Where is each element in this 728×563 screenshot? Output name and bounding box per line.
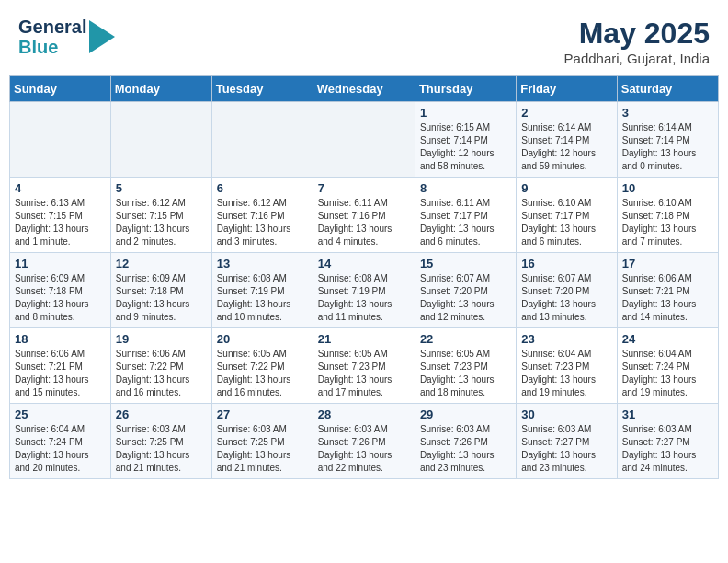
day-info: Sunrise: 6:09 AMSunset: 7:18 PMDaylight:…	[15, 272, 106, 324]
logo-line1: General	[18, 17, 86, 37]
day-info: Sunrise: 6:13 AMSunset: 7:15 PMDaylight:…	[15, 197, 106, 248]
calendar-day-cell: 2Sunrise: 6:14 AMSunset: 7:14 PMDaylight…	[517, 102, 617, 178]
day-info: Sunrise: 6:10 AMSunset: 7:17 PMDaylight:…	[521, 197, 611, 248]
calendar-day-cell	[10, 102, 111, 178]
day-number: 20	[217, 332, 308, 346]
day-info: Sunrise: 6:03 AMSunset: 7:25 PMDaylight:…	[217, 423, 308, 475]
day-info: Sunrise: 6:11 AMSunset: 7:16 PMDaylight:…	[318, 197, 410, 248]
calendar-day-cell: 26Sunrise: 6:03 AMSunset: 7:25 PMDayligh…	[110, 404, 211, 479]
day-info: Sunrise: 6:03 AMSunset: 7:27 PMDaylight:…	[521, 423, 611, 475]
day-info: Sunrise: 6:14 AMSunset: 7:14 PMDaylight:…	[521, 121, 611, 173]
day-number: 22	[420, 332, 511, 346]
calendar-table: SundayMondayTuesdayWednesdayThursdayFrid…	[9, 75, 719, 479]
weekday-header-sunday: Sunday	[10, 76, 111, 102]
title-block: May 2025 Paddhari, Gujarat, India	[564, 17, 710, 66]
weekday-header-thursday: Thursday	[415, 76, 516, 102]
month-year-title: May 2025	[564, 17, 710, 51]
location-subtitle: Paddhari, Gujarat, India	[564, 51, 710, 66]
day-info: Sunrise: 6:04 AMSunset: 7:23 PMDaylight:…	[521, 348, 611, 399]
day-info: Sunrise: 6:05 AMSunset: 7:23 PMDaylight:…	[318, 348, 410, 399]
day-number: 2	[521, 106, 611, 120]
weekday-header-monday: Monday	[110, 76, 211, 102]
page-header: General Blue May 2025 Paddhari, Gujarat,…	[9, 9, 719, 70]
day-info: Sunrise: 6:14 AMSunset: 7:14 PMDaylight:…	[622, 121, 713, 173]
day-number: 15	[420, 257, 511, 270]
logo-line2: Blue	[18, 37, 86, 57]
day-info: Sunrise: 6:06 AMSunset: 7:21 PMDaylight:…	[622, 272, 713, 324]
day-info: Sunrise: 6:03 AMSunset: 7:25 PMDaylight:…	[116, 423, 207, 475]
weekday-header-wednesday: Wednesday	[313, 76, 415, 102]
day-number: 28	[318, 408, 410, 421]
calendar-day-cell: 22Sunrise: 6:05 AMSunset: 7:23 PMDayligh…	[415, 328, 516, 404]
calendar-day-cell: 15Sunrise: 6:07 AMSunset: 7:20 PMDayligh…	[415, 253, 516, 328]
day-number: 21	[318, 332, 410, 346]
calendar-day-cell: 31Sunrise: 6:03 AMSunset: 7:27 PMDayligh…	[617, 404, 718, 479]
calendar-day-cell: 11Sunrise: 6:09 AMSunset: 7:18 PMDayligh…	[10, 253, 111, 328]
day-number: 11	[15, 257, 106, 270]
day-info: Sunrise: 6:07 AMSunset: 7:20 PMDaylight:…	[521, 272, 611, 324]
day-number: 24	[622, 332, 713, 346]
day-number: 19	[116, 332, 207, 346]
day-number: 13	[217, 257, 308, 270]
day-info: Sunrise: 6:12 AMSunset: 7:16 PMDaylight:…	[217, 197, 308, 248]
calendar-day-cell: 17Sunrise: 6:06 AMSunset: 7:21 PMDayligh…	[617, 253, 718, 328]
day-number: 1	[420, 106, 511, 120]
day-info: Sunrise: 6:06 AMSunset: 7:21 PMDaylight:…	[15, 348, 106, 399]
day-number: 18	[15, 332, 106, 346]
calendar-day-cell: 14Sunrise: 6:08 AMSunset: 7:19 PMDayligh…	[313, 253, 415, 328]
calendar-day-cell: 24Sunrise: 6:04 AMSunset: 7:24 PMDayligh…	[617, 328, 718, 404]
calendar-day-cell: 25Sunrise: 6:04 AMSunset: 7:24 PMDayligh…	[10, 404, 111, 479]
calendar-day-cell: 21Sunrise: 6:05 AMSunset: 7:23 PMDayligh…	[313, 328, 415, 404]
day-info: Sunrise: 6:09 AMSunset: 7:18 PMDaylight:…	[116, 272, 207, 324]
logo-arrow-icon	[89, 20, 115, 53]
day-number: 26	[116, 408, 207, 421]
day-number: 8	[420, 181, 511, 195]
day-number: 5	[116, 181, 207, 195]
calendar-day-cell: 19Sunrise: 6:06 AMSunset: 7:22 PMDayligh…	[110, 328, 211, 404]
calendar-day-cell: 3Sunrise: 6:14 AMSunset: 7:14 PMDaylight…	[617, 102, 718, 178]
day-number: 10	[622, 181, 713, 195]
day-info: Sunrise: 6:05 AMSunset: 7:23 PMDaylight:…	[420, 348, 511, 399]
calendar-day-cell: 4Sunrise: 6:13 AMSunset: 7:15 PMDaylight…	[10, 178, 111, 253]
day-info: Sunrise: 6:07 AMSunset: 7:20 PMDaylight:…	[420, 272, 511, 324]
day-number: 29	[420, 408, 511, 421]
day-number: 30	[521, 408, 611, 421]
calendar-day-cell: 10Sunrise: 6:10 AMSunset: 7:18 PMDayligh…	[617, 178, 718, 253]
day-number: 12	[116, 257, 207, 270]
day-info: Sunrise: 6:10 AMSunset: 7:18 PMDaylight:…	[622, 197, 713, 248]
day-number: 3	[622, 106, 713, 120]
calendar-body: 1Sunrise: 6:15 AMSunset: 7:14 PMDaylight…	[10, 102, 719, 479]
calendar-day-cell: 30Sunrise: 6:03 AMSunset: 7:27 PMDayligh…	[517, 404, 617, 479]
calendar-day-cell: 28Sunrise: 6:03 AMSunset: 7:26 PMDayligh…	[313, 404, 415, 479]
calendar-day-cell: 27Sunrise: 6:03 AMSunset: 7:25 PMDayligh…	[211, 404, 313, 479]
day-info: Sunrise: 6:03 AMSunset: 7:26 PMDaylight:…	[420, 423, 511, 475]
calendar-week-row: 1Sunrise: 6:15 AMSunset: 7:14 PMDaylight…	[10, 102, 719, 178]
day-info: Sunrise: 6:15 AMSunset: 7:14 PMDaylight:…	[420, 121, 511, 173]
day-number: 25	[15, 408, 106, 421]
weekday-header-row: SundayMondayTuesdayWednesdayThursdayFrid…	[10, 76, 719, 102]
calendar-day-cell: 20Sunrise: 6:05 AMSunset: 7:22 PMDayligh…	[211, 328, 313, 404]
calendar-week-row: 4Sunrise: 6:13 AMSunset: 7:15 PMDaylight…	[10, 178, 719, 253]
calendar-day-cell: 13Sunrise: 6:08 AMSunset: 7:19 PMDayligh…	[211, 253, 313, 328]
day-number: 14	[318, 257, 410, 270]
calendar-day-cell: 7Sunrise: 6:11 AMSunset: 7:16 PMDaylight…	[313, 178, 415, 253]
calendar-day-cell	[313, 102, 415, 178]
day-number: 23	[521, 332, 611, 346]
calendar-week-row: 18Sunrise: 6:06 AMSunset: 7:21 PMDayligh…	[10, 328, 719, 404]
day-info: Sunrise: 6:04 AMSunset: 7:24 PMDaylight:…	[622, 348, 713, 399]
day-number: 17	[622, 257, 713, 270]
day-number: 4	[15, 181, 106, 195]
day-info: Sunrise: 6:12 AMSunset: 7:15 PMDaylight:…	[116, 197, 207, 248]
calendar-day-cell: 12Sunrise: 6:09 AMSunset: 7:18 PMDayligh…	[110, 253, 211, 328]
calendar-day-cell: 6Sunrise: 6:12 AMSunset: 7:16 PMDaylight…	[211, 178, 313, 253]
day-number: 27	[217, 408, 308, 421]
day-number: 31	[622, 408, 713, 421]
calendar-day-cell	[110, 102, 211, 178]
calendar-day-cell: 18Sunrise: 6:06 AMSunset: 7:21 PMDayligh…	[10, 328, 111, 404]
day-number: 9	[521, 181, 611, 195]
day-info: Sunrise: 6:03 AMSunset: 7:27 PMDaylight:…	[622, 423, 713, 475]
weekday-header-friday: Friday	[517, 76, 617, 102]
weekday-header-saturday: Saturday	[617, 76, 718, 102]
weekday-header-tuesday: Tuesday	[211, 76, 313, 102]
calendar-week-row: 11Sunrise: 6:09 AMSunset: 7:18 PMDayligh…	[10, 253, 719, 328]
